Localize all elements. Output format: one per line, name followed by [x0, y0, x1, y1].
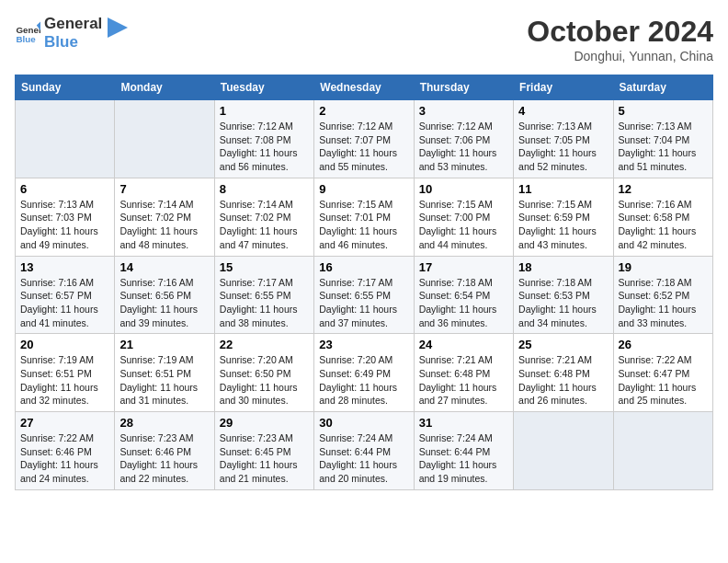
- day-number: 8: [220, 182, 309, 196]
- day-number: 16: [319, 260, 408, 274]
- calendar-cell: 30Sunrise: 7:24 AMSunset: 6:44 PMDayligh…: [314, 412, 414, 490]
- day-detail: Sunrise: 7:23 AMSunset: 6:45 PMDaylight:…: [220, 431, 309, 486]
- day-detail: Sunrise: 7:21 AMSunset: 6:48 PMDaylight:…: [419, 353, 508, 408]
- weekday-header-monday: Monday: [115, 75, 214, 100]
- logo-arrow-icon: [108, 17, 128, 38]
- calendar-cell: 8Sunrise: 7:14 AMSunset: 7:02 PMDaylight…: [214, 178, 313, 256]
- calendar-cell: 19Sunrise: 7:18 AMSunset: 6:52 PMDayligh…: [613, 256, 712, 334]
- calendar-cell: 20Sunrise: 7:19 AMSunset: 6:51 PMDayligh…: [16, 334, 115, 412]
- calendar-cell: 12Sunrise: 7:16 AMSunset: 6:58 PMDayligh…: [613, 178, 712, 256]
- day-detail: Sunrise: 7:15 AMSunset: 7:01 PMDaylight:…: [319, 198, 408, 252]
- calendar-table: SundayMondayTuesdayWednesdayThursdayFrid…: [15, 75, 713, 490]
- day-number: 2: [319, 104, 408, 118]
- calendar-cell: 13Sunrise: 7:16 AMSunset: 6:57 PMDayligh…: [16, 256, 115, 334]
- calendar-week-2: 6Sunrise: 7:13 AMSunset: 7:03 PMDaylight…: [16, 178, 713, 256]
- day-number: 29: [220, 416, 309, 430]
- day-detail: Sunrise: 7:15 AMSunset: 7:00 PMDaylight:…: [419, 198, 508, 252]
- day-number: 24: [419, 338, 508, 351]
- calendar-cell: 14Sunrise: 7:16 AMSunset: 6:56 PMDayligh…: [115, 256, 214, 334]
- day-detail: Sunrise: 7:20 AMSunset: 6:50 PMDaylight:…: [220, 353, 309, 408]
- day-number: 25: [518, 338, 608, 351]
- day-number: 21: [119, 338, 209, 351]
- calendar-cell: 26Sunrise: 7:22 AMSunset: 6:47 PMDayligh…: [613, 334, 712, 412]
- day-detail: Sunrise: 7:22 AMSunset: 6:46 PMDaylight:…: [20, 431, 109, 486]
- logo-general: General: [44, 15, 102, 33]
- day-number: 14: [119, 260, 209, 274]
- logo-blue: Blue: [44, 33, 102, 52]
- weekday-header-thursday: Thursday: [414, 75, 513, 100]
- svg-marker-3: [108, 17, 128, 38]
- weekday-header-tuesday: Tuesday: [214, 75, 313, 100]
- calendar-cell: 27Sunrise: 7:22 AMSunset: 6:46 PMDayligh…: [16, 412, 115, 490]
- day-detail: Sunrise: 7:21 AMSunset: 6:48 PMDaylight:…: [518, 353, 608, 408]
- day-number: 17: [419, 260, 508, 274]
- calendar-cell: [613, 412, 712, 490]
- day-number: 3: [419, 104, 508, 118]
- calendar-week-3: 13Sunrise: 7:16 AMSunset: 6:57 PMDayligh…: [16, 256, 713, 334]
- day-detail: Sunrise: 7:14 AMSunset: 7:02 PMDaylight:…: [220, 198, 309, 252]
- day-number: 19: [619, 260, 708, 274]
- day-number: 13: [20, 260, 109, 274]
- day-number: 22: [220, 338, 309, 351]
- calendar-week-1: 1Sunrise: 7:12 AMSunset: 7:08 PMDaylight…: [16, 100, 713, 178]
- calendar-cell: 4Sunrise: 7:13 AMSunset: 7:05 PMDaylight…: [514, 100, 613, 178]
- day-number: 18: [518, 260, 608, 274]
- day-number: 31: [419, 416, 508, 430]
- logo: General Blue General Blue: [15, 15, 128, 52]
- weekday-header-row: SundayMondayTuesdayWednesdayThursdayFrid…: [16, 75, 713, 100]
- svg-text:Blue: Blue: [16, 34, 36, 44]
- day-detail: Sunrise: 7:17 AMSunset: 6:55 PMDaylight:…: [319, 276, 408, 330]
- day-detail: Sunrise: 7:23 AMSunset: 6:46 PMDaylight:…: [119, 431, 209, 486]
- calendar-cell: 25Sunrise: 7:21 AMSunset: 6:48 PMDayligh…: [514, 334, 613, 412]
- location-subtitle: Donghui, Yunnan, China: [527, 49, 713, 63]
- calendar-cell: 29Sunrise: 7:23 AMSunset: 6:45 PMDayligh…: [214, 412, 313, 490]
- calendar-cell: 2Sunrise: 7:12 AMSunset: 7:07 PMDaylight…: [314, 100, 414, 178]
- calendar-cell: 5Sunrise: 7:13 AMSunset: 7:04 PMDaylight…: [613, 100, 712, 178]
- day-number: 9: [319, 182, 408, 196]
- calendar-cell: 10Sunrise: 7:15 AMSunset: 7:00 PMDayligh…: [414, 178, 513, 256]
- calendar-week-5: 27Sunrise: 7:22 AMSunset: 6:46 PMDayligh…: [16, 412, 713, 490]
- day-detail: Sunrise: 7:13 AMSunset: 7:05 PMDaylight:…: [518, 120, 608, 174]
- day-detail: Sunrise: 7:17 AMSunset: 6:55 PMDaylight:…: [220, 276, 309, 330]
- day-detail: Sunrise: 7:12 AMSunset: 7:08 PMDaylight:…: [220, 120, 309, 174]
- day-number: 23: [319, 338, 408, 351]
- day-number: 7: [119, 182, 209, 196]
- day-number: 26: [619, 338, 708, 351]
- day-detail: Sunrise: 7:14 AMSunset: 7:02 PMDaylight:…: [119, 198, 209, 252]
- day-detail: Sunrise: 7:16 AMSunset: 6:58 PMDaylight:…: [619, 198, 708, 252]
- calendar-cell: 22Sunrise: 7:20 AMSunset: 6:50 PMDayligh…: [214, 334, 313, 412]
- day-detail: Sunrise: 7:18 AMSunset: 6:54 PMDaylight:…: [419, 276, 508, 330]
- day-detail: Sunrise: 7:12 AMSunset: 7:06 PMDaylight:…: [419, 120, 508, 174]
- weekday-header-wednesday: Wednesday: [314, 75, 414, 100]
- day-detail: Sunrise: 7:13 AMSunset: 7:03 PMDaylight:…: [20, 198, 109, 252]
- page-header: General Blue General Blue October 2024 D…: [15, 15, 713, 63]
- weekday-header-sunday: Sunday: [16, 75, 115, 100]
- calendar-week-4: 20Sunrise: 7:19 AMSunset: 6:51 PMDayligh…: [16, 334, 713, 412]
- day-number: 27: [20, 416, 109, 430]
- calendar-cell: 23Sunrise: 7:20 AMSunset: 6:49 PMDayligh…: [314, 334, 414, 412]
- day-number: 10: [419, 182, 508, 196]
- logo-icon: General Blue: [15, 20, 40, 46]
- calendar-cell: 9Sunrise: 7:15 AMSunset: 7:01 PMDaylight…: [314, 178, 414, 256]
- day-detail: Sunrise: 7:20 AMSunset: 6:49 PMDaylight:…: [319, 353, 408, 408]
- calendar-cell: 24Sunrise: 7:21 AMSunset: 6:48 PMDayligh…: [414, 334, 513, 412]
- calendar-cell: 7Sunrise: 7:14 AMSunset: 7:02 PMDaylight…: [115, 178, 214, 256]
- weekday-header-friday: Friday: [514, 75, 613, 100]
- day-detail: Sunrise: 7:22 AMSunset: 6:47 PMDaylight:…: [619, 353, 708, 408]
- weekday-header-saturday: Saturday: [613, 75, 712, 100]
- day-detail: Sunrise: 7:24 AMSunset: 6:44 PMDaylight:…: [419, 431, 508, 486]
- day-detail: Sunrise: 7:24 AMSunset: 6:44 PMDaylight:…: [319, 431, 408, 486]
- day-number: 30: [319, 416, 408, 430]
- calendar-cell: 16Sunrise: 7:17 AMSunset: 6:55 PMDayligh…: [314, 256, 414, 334]
- calendar-cell: [16, 100, 115, 178]
- day-number: 5: [619, 104, 708, 118]
- month-title: October 2024: [527, 15, 713, 49]
- calendar-cell: 18Sunrise: 7:18 AMSunset: 6:53 PMDayligh…: [514, 256, 613, 334]
- day-number: 15: [220, 260, 309, 274]
- calendar-cell: [514, 412, 613, 490]
- calendar-cell: 3Sunrise: 7:12 AMSunset: 7:06 PMDaylight…: [414, 100, 513, 178]
- calendar-cell: [115, 100, 214, 178]
- calendar-cell: 17Sunrise: 7:18 AMSunset: 6:54 PMDayligh…: [414, 256, 513, 334]
- day-number: 20: [20, 338, 109, 351]
- day-detail: Sunrise: 7:15 AMSunset: 6:59 PMDaylight:…: [518, 198, 608, 252]
